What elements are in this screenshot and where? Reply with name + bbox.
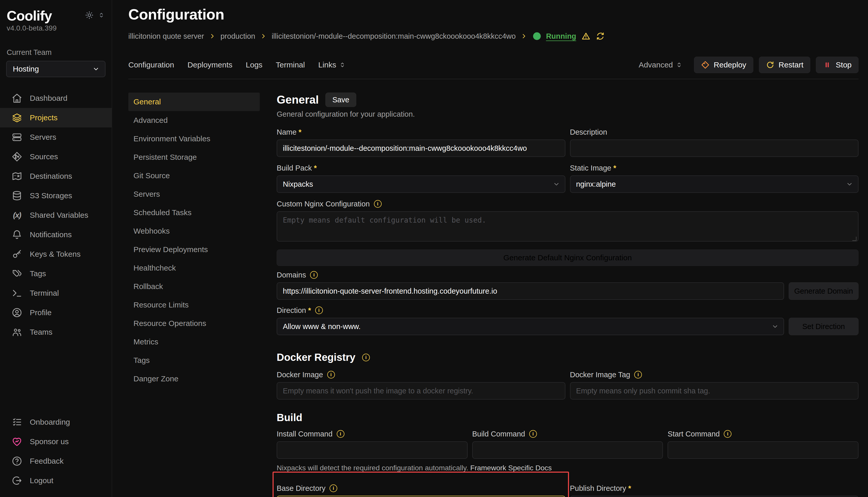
- sidebar-item-tags[interactable]: Tags: [0, 264, 112, 283]
- build-command-input[interactable]: [472, 441, 663, 459]
- subnav-preview-deployments[interactable]: Preview Deployments: [128, 240, 260, 259]
- restart-button[interactable]: Restart: [759, 57, 811, 73]
- publish-directory-input[interactable]: [570, 496, 859, 497]
- sidebar-item-label: Shared Variables: [30, 211, 88, 219]
- static-image-value: nginx:alpine: [576, 180, 616, 188]
- custom-nginx-label: Custom Nginx Configuration: [277, 200, 370, 208]
- sidebar-item-servers[interactable]: Servers: [0, 127, 112, 147]
- sidebar-item-feedback[interactable]: Feedback: [0, 451, 112, 471]
- advanced-dropdown[interactable]: Advanced: [638, 60, 683, 69]
- subnav-danger-zone[interactable]: Danger Zone: [128, 370, 260, 388]
- direction-select[interactable]: Allow www & non-www.: [277, 318, 784, 335]
- subnav-metrics[interactable]: Metrics: [128, 332, 260, 351]
- sidebar-item-profile[interactable]: Profile: [0, 303, 112, 322]
- sidebar-item-sponsor[interactable]: Sponsor us: [0, 432, 112, 451]
- breadcrumb-environment[interactable]: production: [220, 32, 255, 41]
- docker-image-tag-input[interactable]: [570, 382, 859, 400]
- theme-sun-icon[interactable]: [85, 11, 94, 19]
- variables-icon: [11, 211, 23, 219]
- base-directory-input[interactable]: [277, 496, 565, 497]
- sidebar-item-s3-storages[interactable]: S3 Storages: [0, 186, 112, 205]
- team-select[interactable]: Hosting: [6, 61, 106, 77]
- publish-directory-label: Publish Directory: [570, 484, 626, 493]
- install-command-input[interactable]: [277, 441, 468, 459]
- subnav-webhooks[interactable]: Webhooks: [128, 222, 260, 240]
- tab-terminal[interactable]: Terminal: [276, 60, 305, 69]
- redeploy-label: Redeploy: [714, 60, 746, 69]
- resize-handle[interactable]: [852, 237, 856, 241]
- required-asterisk: [314, 164, 317, 172]
- restart-icon: [766, 60, 775, 69]
- sidebar-item-label: Projects: [30, 113, 57, 122]
- heart-icon: [11, 436, 23, 447]
- static-image-label: Static Image: [570, 164, 611, 172]
- status-running-link[interactable]: Running: [546, 32, 576, 41]
- save-button[interactable]: Save: [326, 93, 356, 107]
- layers-icon: [11, 112, 23, 123]
- checklist-icon: [11, 417, 23, 427]
- required-asterisk: [308, 306, 311, 315]
- name-input[interactable]: [277, 140, 565, 157]
- refresh-icon[interactable]: [596, 31, 605, 41]
- tab-logs[interactable]: Logs: [246, 60, 263, 69]
- settings-subnav: General Advanced Environment Variables P…: [128, 93, 260, 497]
- framework-docs-link[interactable]: Framework Specific Docs: [470, 464, 552, 472]
- static-image-select[interactable]: nginx:alpine: [570, 175, 859, 193]
- sidebar-item-onboarding[interactable]: Onboarding: [0, 412, 112, 432]
- sidebar-item-destinations[interactable]: Destinations: [0, 167, 112, 186]
- subnav-general[interactable]: General: [128, 93, 260, 111]
- docker-image-input[interactable]: [277, 382, 565, 400]
- key-icon: [11, 249, 23, 259]
- build-pack-select[interactable]: Nixpacks: [277, 175, 565, 193]
- breadcrumb-project[interactable]: illicitonion quote server: [128, 32, 204, 41]
- breadcrumb-application[interactable]: illicitestonion/-module--decomposition:m…: [272, 32, 515, 41]
- sidebar-item-keys-tokens[interactable]: Keys & Tokens: [0, 244, 112, 264]
- subnav-environment-variables[interactable]: Environment Variables: [128, 129, 260, 148]
- sidebar-item-shared-variables[interactable]: Shared Variables: [0, 205, 112, 225]
- sidebar-item-label: Servers: [30, 133, 56, 142]
- subnav-tags[interactable]: Tags: [128, 351, 260, 370]
- sidebar-item-label: Logout: [30, 476, 53, 485]
- description-input[interactable]: [570, 140, 859, 157]
- tab-configuration[interactable]: Configuration: [128, 60, 174, 69]
- status-dot: [533, 32, 541, 40]
- sidebar-item-label: Onboarding: [30, 418, 70, 426]
- logout-icon: [11, 475, 23, 486]
- chevron-down-icon: [771, 323, 779, 330]
- collapse-chevrons-icon[interactable]: [98, 12, 105, 19]
- sidebar-nav: Dashboard Projects Servers Sources Desti…: [0, 88, 112, 342]
- sidebar-item-label: Sponsor us: [30, 437, 69, 446]
- sidebar-item-dashboard[interactable]: Dashboard: [0, 88, 112, 108]
- sidebar-item-terminal[interactable]: Terminal: [0, 283, 112, 303]
- subnav-git-source[interactable]: Git Source: [128, 167, 260, 185]
- subnav-advanced[interactable]: Advanced: [128, 111, 260, 129]
- generate-domain-button[interactable]: Generate Domain: [789, 282, 858, 300]
- redeploy-button[interactable]: Redeploy: [694, 57, 753, 73]
- subnav-resource-limits[interactable]: Resource Limits: [128, 296, 260, 314]
- sidebar-item-label: Destinations: [30, 172, 72, 181]
- sidebar-item-teams[interactable]: Teams: [0, 322, 112, 342]
- sidebar-item-notifications[interactable]: Notifications: [0, 225, 112, 244]
- subnav-rollback[interactable]: Rollback: [128, 277, 260, 296]
- start-command-input[interactable]: [667, 441, 858, 459]
- sidebar-item-sources[interactable]: Sources: [0, 147, 112, 167]
- tab-links[interactable]: Links: [318, 60, 346, 69]
- subnav-healthcheck[interactable]: Healthcheck: [128, 259, 260, 277]
- generate-nginx-button[interactable]: Generate Default Nginx Configuration: [277, 250, 858, 266]
- sidebar-item-logout[interactable]: Logout: [0, 471, 112, 490]
- tab-deployments[interactable]: Deployments: [187, 60, 232, 69]
- sidebar-item-projects[interactable]: Projects: [0, 108, 112, 127]
- subnav-persistent-storage[interactable]: Persistent Storage: [128, 148, 260, 167]
- subnav-servers[interactable]: Servers: [128, 185, 260, 203]
- subnav-resource-operations[interactable]: Resource Operations: [128, 314, 260, 332]
- set-direction-button[interactable]: Set Direction: [789, 318, 858, 335]
- map-icon: [11, 171, 23, 182]
- build-heading: Build: [277, 412, 858, 423]
- stop-button[interactable]: Stop: [816, 57, 858, 73]
- users-icon: [11, 327, 23, 338]
- nixpacks-note: Nixpacks will detect the required config…: [277, 464, 858, 472]
- custom-nginx-textarea[interactable]: [277, 211, 858, 242]
- subnav-scheduled-tasks[interactable]: Scheduled Tasks: [128, 203, 260, 222]
- warning-triangle-icon[interactable]: [581, 31, 591, 41]
- domains-input[interactable]: [277, 282, 784, 300]
